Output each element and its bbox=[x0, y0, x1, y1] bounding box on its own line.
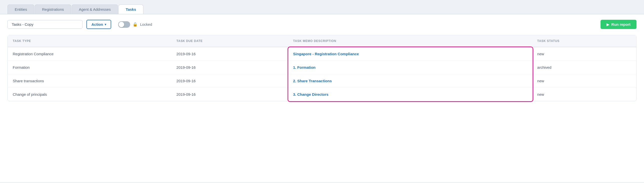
tab-registrations[interactable]: Registrations bbox=[35, 5, 71, 14]
lock-toggle-area: 🔒 Locked bbox=[118, 21, 152, 28]
cell-task-due-date: 2019-09-16 bbox=[171, 47, 288, 61]
chevron-down-icon: ▾ bbox=[105, 23, 106, 26]
cell-task-status: archived bbox=[532, 61, 636, 74]
table-header-row: TASK TYPE TASK DUE DATE TASK MEMO DESCRI… bbox=[8, 35, 636, 47]
tasks-title-input[interactable] bbox=[8, 20, 82, 29]
table-row: Formation2019-09-161. Formationarchived bbox=[8, 61, 636, 74]
action-label: Action bbox=[92, 22, 103, 27]
cell-task-due-date: 2019-09-16 bbox=[171, 88, 288, 101]
cell-task-type: Share transactions bbox=[8, 74, 171, 88]
lock-icon: 🔒 bbox=[133, 22, 138, 27]
lock-toggle[interactable] bbox=[118, 21, 130, 28]
cell-task-memo[interactable]: Singapore - Registration Compliance bbox=[288, 47, 532, 61]
table-row: Registration Compliance2019-09-16Singapo… bbox=[8, 47, 636, 61]
page-container: Entities Registrations Agent & Addresses… bbox=[0, 0, 644, 183]
table-row: Change of principals2019-09-163. Change … bbox=[8, 88, 636, 101]
tab-agent-addresses[interactable]: Agent & Addresses bbox=[72, 5, 118, 14]
run-report-label: Run report bbox=[611, 22, 630, 27]
cell-task-type: Formation bbox=[8, 61, 171, 74]
cell-task-status: new bbox=[532, 88, 636, 101]
table-row: Share transactions2019-09-162. Share Tra… bbox=[8, 74, 636, 88]
play-icon: ▶ bbox=[606, 23, 609, 27]
toggle-knob bbox=[119, 22, 124, 27]
col-header-task-status: TASK STATUS bbox=[532, 35, 636, 47]
action-button[interactable]: Action ▾ bbox=[86, 20, 111, 29]
cell-task-type: Change of principals bbox=[8, 88, 171, 101]
cell-task-due-date: 2019-09-16 bbox=[171, 61, 288, 74]
tab-tasks[interactable]: Tasks bbox=[118, 5, 143, 14]
col-header-task-type: TASK TYPE bbox=[8, 35, 171, 47]
cell-task-status: new bbox=[532, 74, 636, 88]
toolbar: Action ▾ 🔒 Locked ▶ Run report bbox=[8, 20, 636, 29]
col-header-task-memo: TASK MEMO DESCRIPTION bbox=[288, 35, 532, 47]
col-header-task-due-date: TASK DUE DATE bbox=[171, 35, 288, 47]
cell-task-due-date: 2019-09-16 bbox=[171, 74, 288, 88]
tasks-table: TASK TYPE TASK DUE DATE TASK MEMO DESCRI… bbox=[8, 35, 636, 101]
cell-task-memo[interactable]: 2. Share Transactions bbox=[288, 74, 532, 88]
run-report-button[interactable]: ▶ Run report bbox=[600, 20, 636, 29]
locked-label: Locked bbox=[140, 22, 152, 27]
cell-task-status: new bbox=[532, 47, 636, 61]
table-container: TASK TYPE TASK DUE DATE TASK MEMO DESCRI… bbox=[8, 35, 636, 101]
main-content: Action ▾ 🔒 Locked ▶ Run report TASK TY bbox=[0, 14, 644, 182]
cell-task-type: Registration Compliance bbox=[8, 47, 171, 61]
tabs-bar: Entities Registrations Agent & Addresses… bbox=[0, 0, 644, 14]
cell-task-memo[interactable]: 1. Formation bbox=[288, 61, 532, 74]
cell-task-memo[interactable]: 3. Change Directors bbox=[288, 88, 532, 101]
tab-entities[interactable]: Entities bbox=[8, 5, 34, 14]
